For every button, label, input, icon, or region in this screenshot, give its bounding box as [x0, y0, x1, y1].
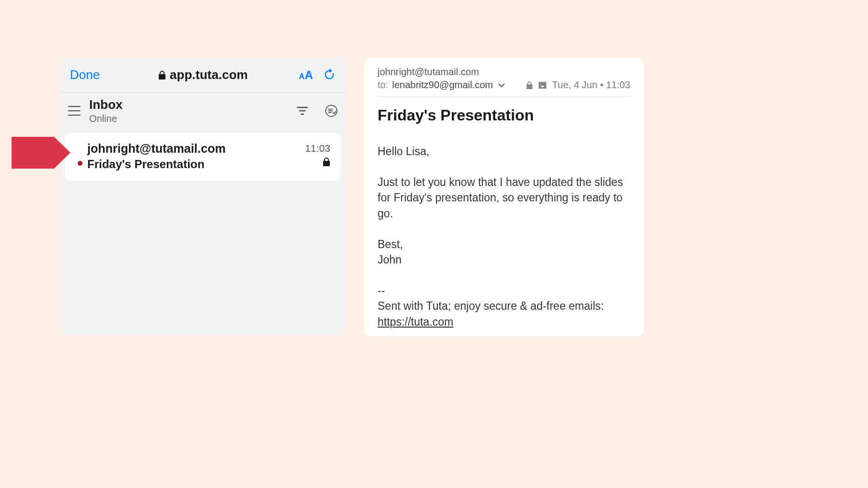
hamburger-icon[interactable] [68, 106, 81, 116]
detail-meta: Tue, 4 Jun • 11:03 [526, 79, 630, 91]
email-sender: johnright@tutamail.com [87, 142, 330, 156]
signature-text: Sent with Tuta; enjoy secure & ad-free e… [378, 298, 630, 314]
url-display[interactable]: app.tuta.com [158, 67, 248, 82]
signature-separator: -- [378, 283, 630, 298]
browser-bar: Done app.tuta.com AA [60, 58, 346, 92]
multiselect-icon[interactable] [325, 104, 338, 118]
to-label: to: [378, 79, 388, 91]
body-greeting: Hello Lisa, [378, 144, 630, 159]
refresh-button[interactable] [323, 68, 337, 82]
body-signoff: Best, [378, 237, 630, 252]
body-paragraph: Just to let you know that I have updated… [378, 174, 630, 221]
email-list-item[interactable]: johnright@tutamail.com Friday's Presenta… [65, 133, 341, 181]
lock-icon [158, 70, 166, 80]
filter-icon[interactable] [296, 104, 309, 118]
detail-subject: Friday's Presentation [378, 106, 630, 124]
unread-dot-icon [78, 161, 82, 166]
callout-pointer-icon [12, 137, 70, 169]
inbox-tray-icon [538, 81, 547, 90]
lock-icon [323, 157, 330, 167]
email-time: 11:03 [305, 143, 330, 154]
detail-body: Hello Lisa, Just to let you know that I … [378, 144, 630, 330]
detail-from: johnright@tutamail.com [378, 66, 630, 78]
lock-icon [526, 81, 533, 90]
chevron-down-icon[interactable] [498, 83, 505, 88]
inbox-status: Online [89, 113, 280, 124]
inbox-panel: Done app.tuta.com AA Inbox Online [60, 58, 346, 335]
inbox-header: Inbox Online [60, 92, 346, 133]
inbox-title: Inbox [89, 97, 280, 112]
body-sign-name: John [378, 252, 630, 267]
url-text: app.tuta.com [170, 67, 248, 82]
email-subject: Friday's Presentation [87, 158, 330, 171]
done-button[interactable]: Done [70, 67, 100, 82]
text-size-button[interactable]: AA [299, 68, 313, 82]
to-email: lenabritz90@gmail.com [392, 79, 493, 91]
detail-date: Tue, 4 Jun • 11:03 [552, 79, 630, 91]
detail-to-row: to: lenabritz90@gmail.com Tue, 4 Jun • 1… [378, 79, 630, 97]
email-detail-panel: johnright@tutamail.com to: lenabritz90@g… [364, 58, 644, 336]
signature-link[interactable]: https://tuta.com [378, 316, 453, 328]
